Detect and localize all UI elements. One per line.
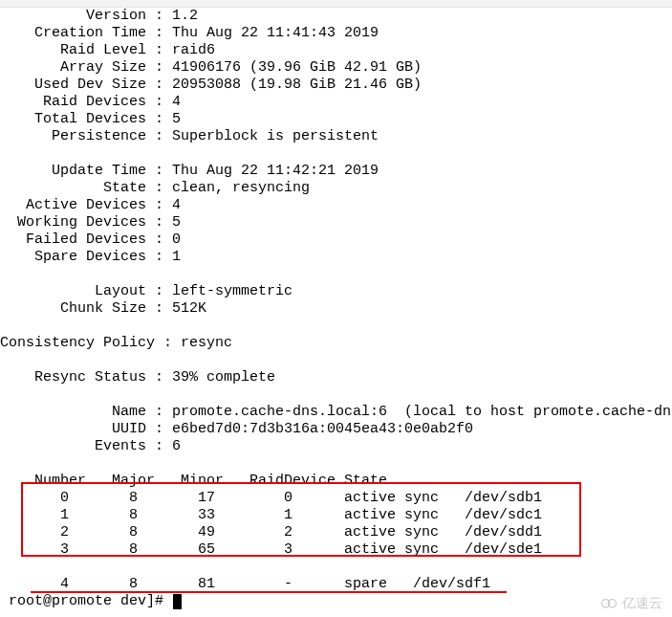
detail-working-devices: Working Devices : 5 bbox=[0, 214, 672, 231]
device-table-row: 2 8 49 2 active sync /dev/sdd1 bbox=[0, 524, 672, 541]
detail-used-dev-size: Used Dev Size : 20953088 (19.98 GiB 21.4… bbox=[0, 77, 672, 94]
detail-total-devices: Total Devices : 5 bbox=[0, 111, 672, 128]
detail-raid-level: Raid Level : raid6 bbox=[0, 42, 672, 59]
blank-line bbox=[0, 318, 672, 335]
device-table-spare-row: 4 8 81 - spare /dev/sdf1 bbox=[0, 576, 672, 593]
blank-line bbox=[0, 455, 672, 473]
detail-array-size: Array Size : 41906176 (39.96 GiB 42.91 G… bbox=[0, 59, 672, 77]
detail-persistence: Persistence : Superblock is persistent bbox=[0, 128, 672, 145]
detail-name: Name : promote.cache-dns.local:6 (local … bbox=[0, 404, 672, 421]
blank-line bbox=[0, 559, 672, 576]
shell-prompt-line[interactable]: root@promote dev]# bbox=[0, 593, 672, 610]
detail-chunk-size: Chunk Size : 512K bbox=[0, 300, 672, 318]
blank-line bbox=[0, 352, 672, 369]
detail-update-time: Update Time : Thu Aug 22 11:42:21 2019 bbox=[0, 163, 672, 180]
detail-uuid: UUID : e6bed7d0:7d3b316a:0045ea43:0e0ab2… bbox=[0, 421, 672, 438]
detail-raid-devices: Raid Devices : 4 bbox=[0, 94, 672, 111]
blank-line bbox=[0, 386, 672, 404]
detail-active-devices: Active Devices : 4 bbox=[0, 197, 672, 214]
detail-version: Version : 1.2 bbox=[0, 8, 672, 25]
blank-line bbox=[0, 145, 672, 163]
detail-resync-status: Resync Status : 39% complete bbox=[0, 369, 672, 386]
detail-layout: Layout : left-symmetric bbox=[0, 283, 672, 300]
shell-prompt: root@promote dev]# bbox=[0, 593, 172, 610]
terminal-window: Version : 1.2 Creation Time : Thu Aug 22… bbox=[0, 0, 672, 617]
device-table-header: Number Major Minor RaidDevice State bbox=[0, 473, 672, 490]
text-cursor bbox=[173, 594, 182, 609]
window-titlebar bbox=[0, 0, 672, 8]
device-table-row: 0 8 17 0 active sync /dev/sdb1 bbox=[0, 490, 672, 507]
detail-failed-devices: Failed Devices : 0 bbox=[0, 231, 672, 249]
device-table-row: 3 8 65 3 active sync /dev/sde1 bbox=[0, 541, 672, 559]
detail-creation-time: Creation Time : Thu Aug 22 11:41:43 2019 bbox=[0, 25, 672, 42]
device-table-row: 1 8 33 1 active sync /dev/sdc1 bbox=[0, 507, 672, 524]
blank-line bbox=[0, 266, 672, 283]
detail-consistency-policy: Consistency Policy : resync bbox=[0, 335, 672, 352]
detail-events: Events : 6 bbox=[0, 438, 672, 455]
detail-spare-devices: Spare Devices : 1 bbox=[0, 249, 672, 266]
detail-state: State : clean, resyncing bbox=[0, 180, 672, 197]
